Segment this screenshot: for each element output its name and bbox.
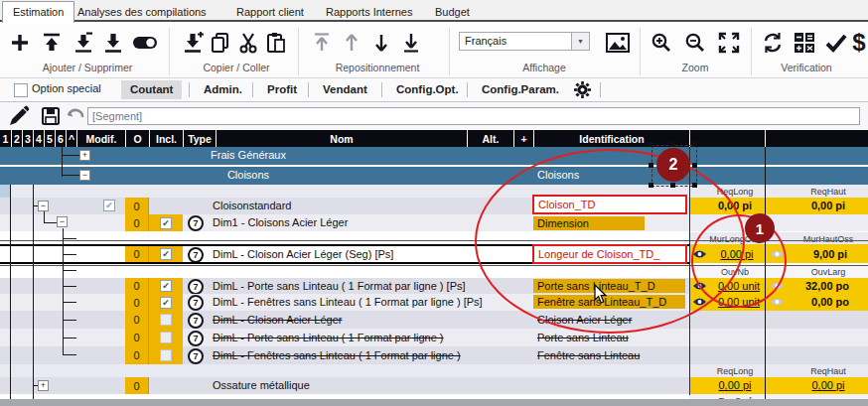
add-row-button[interactable] [6,29,34,57]
zoom-in-button[interactable] [648,29,675,57]
reqlong-value[interactable]: 0,00 pi [718,379,751,391]
recalculate-button[interactable] [791,29,818,57]
table-row-fenetres-strike[interactable]: 0 7 DimL - Fenêtres sans Linteau ( 1 For… [0,346,868,364]
incl-cell[interactable]: ✔ [149,246,183,262]
formula-eye-icon-light[interactable] [770,297,785,307]
reqhaut-value[interactable]: 0,00 pi [811,379,844,391]
col-header-alt[interactable]: Alt. [467,130,513,147]
checkbox-checked[interactable]: ✔ [160,280,172,292]
incl-cell[interactable]: ✔ [149,214,183,231]
incl-cell[interactable]: ✔ [149,294,183,311]
checkbox-unchecked[interactable] [160,332,172,343]
menu-tab-estimation[interactable]: Estimation [2,1,74,23]
toggle-switch-button[interactable] [131,29,159,57]
copy-button[interactable] [207,29,234,57]
incl-cell[interactable] [149,329,183,346]
table-row-diml-cloison-strike[interactable]: 0 7 DimL - Cloison Acier Léger Cloison A… [0,311,868,329]
collapse-minus-icon[interactable]: − [38,201,49,211]
col-header-6[interactable]: 6 [55,130,66,147]
group-row-frais-generaux[interactable]: Frais Généraux [0,147,868,165]
menu-tab-analyses[interactable]: Analyses des compilations [68,2,217,22]
image-view-button[interactable] [604,29,632,57]
identification-cell[interactable]: Fenêtre sans Linteau [537,349,640,361]
col-header-5[interactable]: 5 [44,130,55,147]
col-header-type[interactable]: Type [183,130,216,147]
save-button[interactable] [42,107,60,129]
menu-tab-budget[interactable]: Budget [425,2,480,22]
selection-handle[interactable] [670,183,675,188]
reqhaut-value[interactable]: 0,00 pi [811,200,845,211]
o-cell[interactable]: 0 [125,329,149,346]
delete-all-button[interactable] [99,29,127,57]
selection-handle[interactable] [649,163,653,168]
checkbox-unchecked[interactable] [160,349,172,361]
o-cell[interactable]: 0 [125,278,149,294]
move-top-button[interactable] [308,29,336,57]
checkbox-checked[interactable]: ✔ [160,297,172,309]
o-cell[interactable]: 0 [125,198,149,214]
settings-button[interactable] [574,81,591,102]
tab-coutant[interactable]: Coutant [121,80,182,99]
o-cell[interactable]: 0 [125,214,149,231]
collapse-minus-icon[interactable]: − [79,170,90,181]
ouvlarg-fenetre-value[interactable]: 0,00 po [811,296,849,308]
col-header-4[interactable]: 4 [33,130,44,147]
incl-cell[interactable] [149,346,183,364]
checkbox-checked[interactable]: ✔ [160,217,172,229]
undo-button[interactable] [66,108,85,128]
col-header-caret[interactable]: ^ [66,130,76,147]
o-cell[interactable]: 0 [125,311,149,329]
ouvlarg-porte-value[interactable]: 32,00 po [805,280,849,292]
checkbox-checked[interactable]: ✔ [160,248,172,260]
chevron-down-icon[interactable]: ▼ [571,33,589,50]
col-header-1[interactable]: 1 [0,130,11,147]
language-combo[interactable]: Français ▼ [459,32,590,51]
col-header-2[interactable]: 2 [11,130,22,147]
col-header-nom[interactable]: Nom [216,130,467,147]
incl-cell[interactable]: ✔ [149,278,183,294]
move-bottom-button[interactable] [397,29,425,57]
menu-tab-rapports-internes[interactable]: Rapports Internes [316,2,422,22]
col-header-o[interactable]: O [125,130,149,147]
segment-input[interactable]: [Segment] [87,107,860,125]
tab-config-opt[interactable]: Config.Opt. [387,80,468,99]
selection-handle[interactable] [692,163,697,168]
bottom-scrollbar[interactable] [0,399,868,406]
o-cell[interactable]: 0 [125,377,149,394]
modif-checkbox[interactable]: ✔ [103,200,115,211]
o-cell[interactable]: 0 [125,246,149,262]
edit-button[interactable] [8,105,30,131]
incl-cell[interactable] [149,311,183,329]
cost-button[interactable]: $ [850,29,868,57]
selection-handle[interactable] [649,142,653,147]
tab-profit[interactable]: Profit [258,80,306,99]
selection-handle[interactable] [649,183,653,188]
move-down-button[interactable] [367,29,395,57]
zoom-fit-button[interactable] [715,29,743,57]
selection-handle[interactable] [692,183,697,188]
murhautoss-value[interactable]: 9,00 pi [813,248,847,260]
col-header-plus[interactable]: + [513,130,533,147]
tab-config-param[interactable]: Config.Param. [473,80,568,99]
expand-plus-icon[interactable]: + [38,380,49,391]
cut-button[interactable] [234,29,262,57]
col-header-incl[interactable]: Incl. [149,130,183,147]
verify-button[interactable] [822,29,850,57]
tab-admin[interactable]: Admin. [195,80,251,99]
table-row-porte-strike[interactable]: 0 7 DimL - Porte sans Linteau ( 1 Format… [0,329,868,346]
expand-plus-icon[interactable]: + [79,150,90,161]
checkbox-unchecked[interactable] [160,314,172,326]
paste-insert-button[interactable] [179,29,207,57]
insert-row-above-button[interactable] [38,29,66,57]
option-special-checkbox[interactable] [14,83,28,97]
o-cell[interactable]: 0 [125,294,149,311]
move-up-button[interactable] [338,29,365,57]
selection-handle[interactable] [692,142,697,147]
paste-button[interactable] [262,29,290,57]
collapse-minus-icon[interactable]: − [57,216,68,227]
col-header-3[interactable]: 3 [22,130,33,147]
group-row-cloisons[interactable]: Cloisons Cloisons [0,167,868,185]
refresh-button[interactable] [759,29,787,57]
menu-tab-rapport-client[interactable]: Rapport client [226,2,314,22]
selection-handle[interactable] [670,142,675,147]
